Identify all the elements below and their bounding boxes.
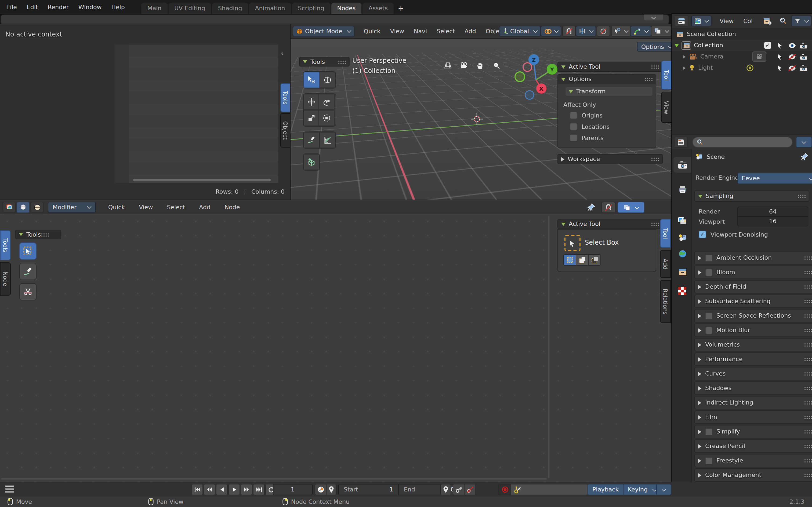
- panel-drag-handle[interactable]: [804, 256, 812, 260]
- tool-add-cube[interactable]: [303, 154, 319, 170]
- node-tab-node[interactable]: Node: [0, 262, 11, 296]
- delete-keyframe-button[interactable]: [464, 484, 476, 495]
- node-tab-add[interactable]: Add: [660, 250, 671, 278]
- panel-drag-handle[interactable]: [338, 60, 346, 64]
- vp-active-tool-header[interactable]: Active Tool: [557, 62, 663, 72]
- tab-render-properties[interactable]: [673, 157, 691, 173]
- node-tab-relations[interactable]: Relations: [660, 280, 671, 323]
- locations-checkbox[interactable]: [570, 123, 577, 130]
- vp-options-header[interactable]: Options: [558, 74, 656, 84]
- hidden-eye-icon[interactable]: [788, 65, 797, 71]
- viewport-gizmos-dropdown[interactable]: [630, 26, 651, 37]
- panel-drag-handle[interactable]: [804, 372, 812, 376]
- snap-toggle-button[interactable]: [562, 26, 576, 37]
- render-engine-dropdown[interactable]: Eevee: [738, 173, 812, 184]
- workspace-panel-header[interactable]: Workspace: [557, 154, 663, 164]
- marker-sync-button[interactable]: [440, 484, 451, 495]
- affect-locations-row[interactable]: Locations: [570, 123, 656, 130]
- motion-blur-checkbox[interactable]: [705, 327, 713, 334]
- play-reverse-button[interactable]: [216, 484, 228, 495]
- tab-scene-properties[interactable]: [673, 230, 691, 246]
- node-active-tool-header[interactable]: Active Tool: [557, 219, 663, 229]
- origins-checkbox[interactable]: [570, 112, 577, 119]
- panel-drag-handle[interactable]: [804, 401, 812, 404]
- shader-type-object-button[interactable]: [17, 202, 30, 213]
- tab-view-layer-properties[interactable]: [673, 213, 691, 229]
- gizmo-rings-dropdown[interactable]: [541, 26, 561, 37]
- node-canvas[interactable]: Tools Node Tools Active Tool: [0, 214, 671, 482]
- node-snap-button[interactable]: [602, 202, 615, 213]
- add-workspace-button[interactable]: +: [395, 3, 407, 14]
- panel-drag-handle[interactable]: [41, 233, 49, 236]
- node-horizontal-scrollbar[interactable]: [1, 478, 547, 480]
- select-tool-dropdown[interactable]: [611, 26, 631, 37]
- panel-drag-handle[interactable]: [804, 444, 812, 448]
- properties-search-field[interactable]: [692, 137, 793, 148]
- viewport-denoising-checkbox[interactable]: ✓: [699, 231, 706, 238]
- outliner-row-scene-collection[interactable]: Scene Collection: [672, 29, 812, 40]
- tab-output-properties[interactable]: [673, 181, 691, 198]
- panel-drag-handle[interactable]: [651, 157, 659, 161]
- timeline-menu-button[interactable]: [5, 486, 14, 493]
- panel-drag-handle[interactable]: [804, 430, 812, 434]
- spreadsheet-tab-object[interactable]: Object: [280, 113, 290, 148]
- hide-eye-icon[interactable]: [788, 42, 797, 49]
- node-tools-panel-header[interactable]: Tools: [15, 230, 61, 239]
- panel-grease-pencil[interactable]: Grease Pencil: [694, 439, 812, 453]
- node-menu-quick[interactable]: Quick: [103, 204, 130, 211]
- panel-drag-handle[interactable]: [804, 314, 812, 318]
- render-visibility-icon[interactable]: [800, 65, 808, 71]
- tab-scripting[interactable]: Scripting: [292, 3, 330, 14]
- panel-freestyle[interactable]: Freestyle: [694, 454, 812, 467]
- tab-nodes[interactable]: Nodes: [331, 3, 361, 14]
- insert-keyframe-button[interactable]: [453, 484, 464, 495]
- properties-editor-type-button[interactable]: [674, 137, 688, 148]
- current-frame-field[interactable]: 1: [273, 484, 313, 495]
- render-visibility-icon[interactable]: [800, 42, 808, 49]
- panel-drag-handle[interactable]: [804, 343, 812, 347]
- time-display-button[interactable]: [315, 484, 326, 495]
- display-mode-dropdown[interactable]: [691, 15, 712, 26]
- affect-origins-row[interactable]: Origins: [570, 112, 656, 119]
- freestyle-checkbox[interactable]: [705, 457, 713, 464]
- menu-window[interactable]: Window: [73, 3, 107, 10]
- outliner-row-collection[interactable]: Collection ✓: [672, 40, 812, 51]
- panel-volumetrics[interactable]: Volumetrics: [694, 338, 812, 351]
- expand-camera-icon[interactable]: [683, 55, 686, 58]
- keying-set-field[interactable]: [511, 484, 589, 495]
- ssr-checkbox[interactable]: [705, 312, 713, 320]
- camera-view-button[interactable]: [442, 60, 454, 71]
- panel-drag-handle[interactable]: [804, 386, 812, 390]
- viewport-menu-quick[interactable]: Quick: [359, 27, 385, 35]
- snap-settings-dropdown[interactable]: [576, 26, 596, 37]
- panel-bloom[interactable]: Bloom: [694, 266, 812, 279]
- tool-scale[interactable]: [303, 110, 319, 126]
- timeline-extra-dropdown[interactable]: [656, 484, 671, 495]
- properties-filter-dropdown[interactable]: [796, 137, 812, 148]
- bloom-checkbox[interactable]: [705, 269, 713, 276]
- viewport-menu-view[interactable]: View: [385, 27, 409, 35]
- panel-drag-handle[interactable]: [804, 270, 812, 274]
- outliner-menu-col[interactable]: Col: [739, 17, 758, 24]
- expand-light-icon[interactable]: [683, 66, 686, 70]
- new-collection-button[interactable]: [763, 17, 771, 25]
- panel-drag-handle[interactable]: [804, 299, 812, 303]
- jump-to-start-button[interactable]: [191, 484, 203, 495]
- panel-drag-handle[interactable]: [804, 328, 812, 332]
- transform-subpanel-header[interactable]: Transform: [565, 87, 653, 96]
- menu-help[interactable]: Help: [107, 3, 130, 10]
- auto-keying-button[interactable]: [498, 484, 511, 495]
- panel-color-management[interactable]: Color Management: [694, 468, 812, 482]
- region-collapse-arrow[interactable]: ‹: [281, 50, 284, 57]
- jump-to-end-button[interactable]: [253, 484, 265, 495]
- panel-drag-handle[interactable]: [798, 194, 806, 198]
- tool-annotate[interactable]: [303, 132, 319, 148]
- outliner-editor-type-button[interactable]: [674, 15, 689, 26]
- tab-uv-editing[interactable]: UV Editing: [168, 3, 211, 14]
- tool-rotate[interactable]: [318, 94, 335, 110]
- object-mode-dropdown[interactable]: Object Mode: [293, 25, 355, 37]
- tab-shading[interactable]: Shading: [212, 3, 248, 14]
- keep-marker-button[interactable]: [326, 484, 337, 495]
- menu-render[interactable]: Render: [43, 3, 73, 10]
- menu-edit[interactable]: Edit: [22, 3, 43, 10]
